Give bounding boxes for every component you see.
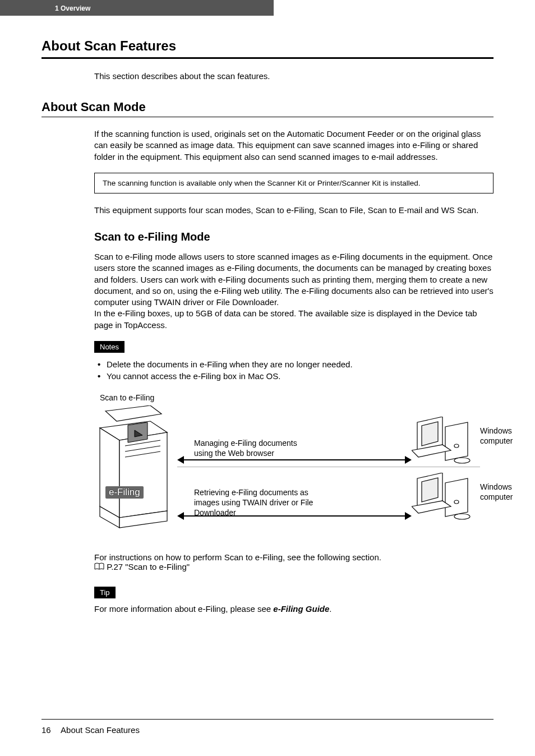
svg-marker-10: [445, 422, 468, 460]
diagram-title: Scan to e-Filing: [100, 393, 494, 402]
svg-point-19: [454, 514, 470, 519]
availability-note: The scanning function is available only …: [94, 173, 494, 193]
arrow-head-icon: [405, 512, 412, 520]
content: About Scan Features This section describ…: [0, 16, 535, 614]
page-reference-link[interactable]: P.27 "Scan to e-Filing": [107, 562, 190, 571]
svg-marker-3: [119, 432, 167, 518]
notes-label: Notes: [94, 341, 124, 353]
instructions-block: For instructions on how to perform Scan …: [94, 552, 494, 573]
page: 1 Overview About Scan Features This sect…: [0, 0, 535, 756]
flow-text-2: Retrieving e-Filing documents as images …: [194, 487, 317, 518]
list-item: You cannot access the e-Filing box in Ma…: [94, 370, 494, 382]
arrow-icon: [183, 459, 407, 460]
svg-marker-2: [100, 428, 119, 518]
book-icon: [94, 563, 104, 572]
svg-marker-0: [105, 405, 162, 421]
footer-title: About Scan Features: [61, 725, 140, 735]
flow-bottom: Retrieving e-Filing documents as images …: [177, 467, 480, 523]
computer-icon: [412, 473, 473, 521]
section-paragraph-2: This equipment supports four scan modes,…: [94, 205, 494, 216]
arrow-head-icon: [177, 456, 184, 464]
section-paragraph-1: If the scanning function is used, origin…: [94, 128, 494, 163]
device-label: e-Filing: [105, 486, 144, 499]
svg-marker-16: [445, 478, 468, 517]
arrow-head-icon: [405, 456, 412, 464]
divider-thin: [41, 117, 494, 117]
list-item: Delete the documents in e-Filing when th…: [94, 358, 494, 370]
divider-thick: [41, 57, 494, 59]
computer-icon: [412, 417, 473, 465]
tip-guide-name: e-Filing Guide: [273, 604, 329, 614]
page-footer: 16 About Scan Features: [41, 719, 494, 735]
section-heading: About Scan Mode: [41, 100, 494, 114]
notes-list: Delete the documents in e-Filing when th…: [94, 358, 494, 382]
svg-point-17: [454, 500, 459, 504]
flow-text-1: Managing e-Filing documents using the We…: [194, 438, 317, 458]
svg-point-13: [454, 458, 470, 463]
arrow-head-icon: [177, 512, 184, 520]
subsection-heading: Scan to e-Filing Mode: [94, 231, 494, 243]
svg-marker-9: [422, 422, 438, 446]
tip-text-pre: For more information about e-Filing, ple…: [94, 604, 273, 614]
tip-text-post: .: [329, 604, 331, 614]
svg-point-11: [454, 444, 459, 448]
mfp-icon: e-Filing: [94, 405, 176, 529]
target-label-1: Windows computer: [480, 426, 513, 446]
tip-label: Tip: [94, 587, 116, 598]
scan-diagram: Scan to e-Filing: [94, 393, 494, 539]
tip-text: For more information about e-Filing, ple…: [94, 604, 494, 614]
svg-marker-15: [422, 478, 438, 502]
page-number: 16: [41, 725, 51, 735]
target-label-2: Windows computer: [480, 482, 513, 502]
arrow-icon: [183, 515, 407, 517]
chapter-tab: 1 Overview: [0, 0, 274, 16]
page-title: About Scan Features: [41, 38, 494, 54]
intro-text: This section describes about the scan fe…: [94, 71, 494, 81]
subsection-body: Scan to e-Filing mode allows users to st…: [94, 251, 494, 331]
instructions-text: For instructions on how to perform Scan …: [94, 552, 381, 562]
flow-top: Managing e-Filing documents using the We…: [177, 411, 480, 467]
